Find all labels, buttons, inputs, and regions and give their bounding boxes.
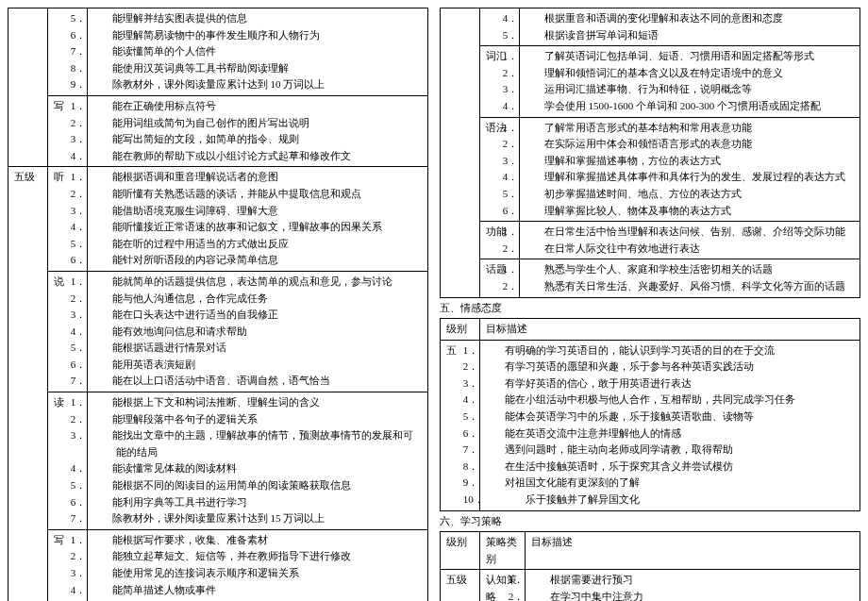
list-item: 6．能在英语交流中注意并理解他人的情感 [486, 426, 854, 442]
list-item: 4．理解和掌握描述具体事件和具体行为的发生、发展过程的表达方式 [526, 169, 854, 186]
list-item: 7．除教材外，课外阅读量应累计达到 15 万词以上 [93, 510, 422, 527]
level-cell-blank [8, 8, 48, 167]
list-item: 3．有学好英语的信心，敢于用英语进行表达 [486, 376, 854, 392]
desc-cell: 1．了解英语词汇包括单词、短语、习惯用语和固定搭配等形式2．理解和领悟词汇的基本… [520, 46, 860, 117]
list-item: 1．根据需要进行预习 [531, 572, 854, 589]
list-item: 2．能用词组或简句为自己创作的图片写出说明 [93, 115, 422, 132]
list-item: 3．能使用常见的连接词表示顺序和逻辑关系 [93, 565, 422, 582]
right-top-table: 4．根据重音和语调的变化理解和表达不同的意图和态度5．根据读音拼写单词和短语 词… [440, 8, 860, 298]
list-item: 1．能根据写作要求，收集、准备素材 [93, 532, 422, 549]
list-item: 6．能理解简易读物中的事件发生顺序和人物行为 [93, 27, 422, 44]
desc-cell: 1．能根据上下文和构词法推断、理解生词的含义2．能理解段落中各句子的逻辑关系3．… [88, 392, 428, 530]
list-item: 3．运用词汇描述事物、行为和特征，说明概念等 [526, 81, 854, 98]
list-item: 2．能与他人沟通信息，合作完成任务 [93, 291, 422, 308]
list-item: 3．能写出简短的文段，如简单的指令、规则 [93, 131, 422, 148]
desc-cell: 1．能就简单的话题提供信息，表达简单的观点和意见，参与讨论2．能与他人沟通信息，… [88, 271, 428, 392]
list-item: 8．能使用汉英词典等工具书帮助阅读理解 [93, 60, 422, 77]
desc-cell: 5．能理解并结实图表提供的信息6．能理解简易读物中的事件发生顺序和人物行为7．能… [88, 8, 428, 96]
desc-cell: 4．根据重音和语调的变化理解和表达不同的意图和态度5．根据读音拼写单词和短语 [520, 8, 860, 46]
section6-table: 级别 策略类别 目标描述 五级 认知策略 1．根据需要进行预习2．在学习中集中注… [440, 531, 860, 601]
section6-title: 六、学习策略 [440, 511, 860, 532]
list-item: 7．遇到问题时，能主动向老师或同学请教，取得帮助 [486, 442, 854, 459]
list-item: 3．能在口头表达中进行适当的自我修正 [93, 307, 422, 324]
list-item: 4．能听懂接近正常语速的故事和记叙文，理解故事的因果关系 [93, 219, 422, 236]
desc-cell: 1．了解常用语言形式的基本结构和常用表意功能2．在实际运用中体会和领悟语言形式的… [520, 117, 860, 222]
list-item: 2．能理解段落中各句子的逻辑关系 [93, 411, 422, 428]
list-item: 5．能在听的过程中用适当的方式做出反应 [93, 236, 422, 253]
list-item: 1．能根据上下文和构词法推断、理解生词的含义 [93, 394, 422, 411]
level-five: 五级 [8, 167, 48, 601]
list-item: 2．熟悉有关日常生活、兴趣爱好、风俗习惯、科学文化等方面的话题 [526, 278, 854, 295]
list-item: 5．能根据不同的阅读目的运用简单的阅读策略获取信息 [93, 477, 422, 494]
list-item: 4．能在小组活动中积极与他人合作，互相帮助，共同完成学习任务 [486, 392, 854, 409]
list-item: 2．在日常人际交往中有效地进行表达 [526, 241, 854, 258]
s6-h0: 级别 [441, 532, 480, 570]
s5-h0: 级别 [441, 319, 480, 341]
list-item: 4．根据重音和语调的变化理解和表达不同的意图和态度 [526, 10, 854, 27]
s5-h1: 目标描述 [480, 319, 860, 341]
list-item: 3．理解和掌握描述事物，方位的表达方式 [526, 153, 854, 170]
list-item: 3．能借助语境克服生词障碍、理解大意 [93, 203, 422, 220]
list-item: 5．能理解并结实图表提供的信息 [93, 10, 422, 27]
list-item: 9．除教材外，课外阅读量应累计达到 10 万词以上 [93, 76, 422, 93]
list-item: 9．对祖国文化能有更深刻的了解 [486, 475, 854, 492]
list-item: 2．理解和领悟词汇的基本含义以及在特定语境中的意义 [526, 65, 854, 82]
s6-level: 五级 [441, 570, 480, 601]
list-item: 5．根据读音拼写单词和短语 [526, 27, 854, 44]
list-item: 2．在实际运用中体会和领悟语言形式的表意功能 [526, 136, 854, 153]
list-item: 1．有明确的学习英语目的，能认识到学习英语的目的在于交流 [486, 342, 854, 359]
section5-title: 五、情感态度 [440, 298, 860, 319]
list-item: 1．在日常生活中恰当理解和表达问候、告别、感谢、介绍等交际功能 [526, 224, 854, 241]
desc-cell: 1．能在正确使用标点符号2．能用词组或简句为自己创作的图片写出说明3．能写出简短… [88, 95, 428, 166]
s6-h2: 目标描述 [526, 532, 860, 570]
list-item: 6．能用英语表演短剧 [93, 357, 422, 374]
list-item: 2．有学习英语的愿望和兴趣，乐于参与各种英语实践活动 [486, 359, 854, 376]
desc-cell: 1．在日常生活中恰当理解和表达问候、告别、感谢、介绍等交际功能2．在日常人际交往… [520, 222, 860, 259]
desc-cell: 1．能根据语调和重音理解说话者的意图2．能听懂有关熟悉话题的谈话，并能从中提取信… [88, 167, 428, 272]
list-item: 1．了解常用语言形式的基本结构和常用表意功能 [526, 120, 854, 137]
list-item: 4．能在教师的帮助下或以小组讨论方式起草和修改作文 [93, 148, 422, 165]
list-item: 4．学会使用 1500-1600 个单词和 200-300 个习惯用语或固定搭配 [526, 98, 854, 115]
list-item: 1．能在正确使用标点符号 [93, 98, 422, 115]
list-item: 4．能有效地询问信息和请求帮助 [93, 324, 422, 341]
list-item: 1．熟悉与学生个人、家庭和学校生活密切相关的话题 [526, 261, 854, 278]
list-item: 6．理解掌握比较人、物体及事物的表达方式 [526, 203, 854, 220]
list-item: 8．在生活中接触英语时，乐于探究其含义并尝试模仿 [486, 459, 854, 476]
desc-cell: 1．能根据写作要求，收集、准备素材2．能独立起草短文、短信等，并在教师指导下进行… [88, 529, 428, 601]
list-item: 1．了解英语词汇包括单词、短语、习惯用语和固定搭配等形式 [526, 48, 854, 65]
list-item: 4．能读懂常见体裁的阅读材料 [93, 460, 422, 477]
list-item: 5．能体会英语学习中的乐趣，乐于接触英语歌曲、读物等 [486, 409, 854, 426]
section5-table: 级别 目标描述 五 1．有明确的学习英语目的，能认识到学习英语的目的在于交流2．… [440, 318, 860, 511]
list-item: 2．能听懂有关熟悉话题的谈话，并能从中提取信息和观点 [93, 186, 422, 203]
list-item: 7．能在以上口语活动中语音、语调自然，语气恰当 [93, 373, 422, 390]
list-item: 1．能根据语调和重音理解说话者的意图 [93, 169, 422, 186]
level-cell-blank-r [441, 8, 480, 298]
list-item: 5．初步掌握描述时间、地点、方位的表达方式 [526, 186, 854, 203]
desc-cell: 1．有明确的学习英语目的，能认识到学习英语的目的在于交流2．有学习英语的愿望和兴… [480, 340, 860, 510]
list-item: 4．能简单描述人物或事件 [93, 582, 422, 599]
desc-cell: 1．熟悉与学生个人、家庭和学校生活密切相关的话题2．熟悉有关日常生活、兴趣爱好、… [520, 259, 860, 297]
list-item: 1．能就简单的话题提供信息，表达简单的观点和意见，参与讨论 [93, 274, 422, 291]
left-main-table: 5．能理解并结实图表提供的信息6．能理解简易读物中的事件发生顺序和人物行为7．能… [8, 8, 428, 601]
list-item: 10． 乐于接触并了解异国文化 [486, 492, 854, 509]
list-item: 3．能找出文章中的主题，理解故事的情节，预测故事情节的发展和可能的结局 [93, 427, 422, 460]
list-item: 5．能根据话题进行情景对话 [93, 340, 422, 357]
list-item: 2．能独立起草短文、短信等，并在教师指导下进行修改 [93, 548, 422, 565]
desc-cell: 1．根据需要进行预习2．在学习中集中注意力3．在学习中积极思考4．在学习中善于记… [526, 570, 860, 601]
list-item: 6．能利用字典等工具书进行学习 [93, 494, 422, 511]
list-item: 2．在学习中集中注意力 [531, 589, 854, 601]
list-item: 6．能针对所听语段的内容记录简单信息 [93, 252, 422, 269]
s6-h1: 策略类别 [480, 532, 526, 570]
list-item: 7．能读懂简单的个人信件 [93, 43, 422, 60]
